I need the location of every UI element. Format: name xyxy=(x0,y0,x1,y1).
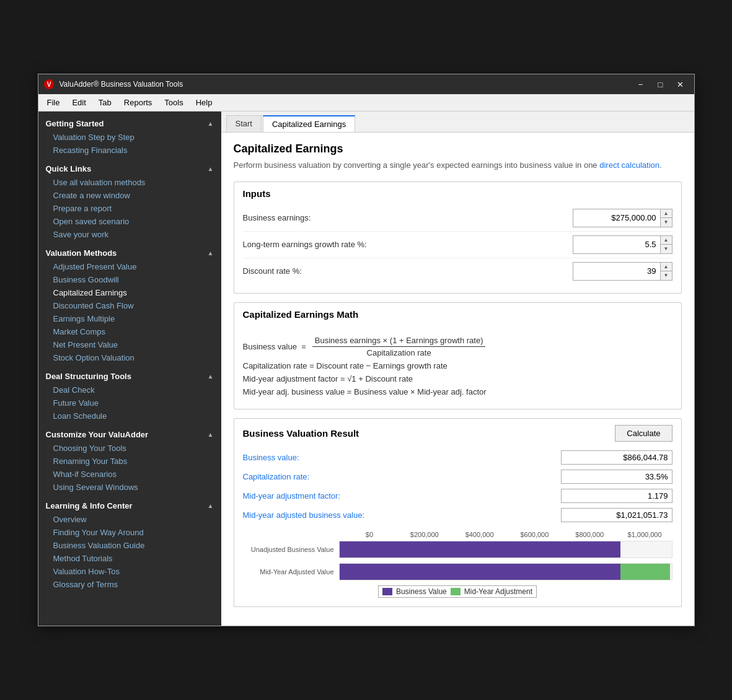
direct-calculation-link[interactable]: direct calculation xyxy=(599,160,659,170)
x-label-5: $1,000,000 xyxy=(617,531,672,538)
menu-item-tools[interactable]: Tools xyxy=(158,95,189,110)
sidebar-section-header-deal-structuring[interactable]: Deal Structuring Tools▲ xyxy=(38,367,221,383)
sidebar-link-customize-3[interactable]: Using Several Windows xyxy=(38,481,221,494)
window-controls: − □ ✕ xyxy=(632,77,689,91)
sidebar-section-label-learning: Learning & Info Center xyxy=(46,501,133,510)
results-card-title: Business Valuation Result xyxy=(243,428,359,439)
chart-bar-row-1: Unadjusted Business Value xyxy=(243,541,672,558)
earnings-down[interactable]: ▼ xyxy=(661,218,672,227)
midadj-link[interactable]: Mid-year adjusted business value: xyxy=(243,510,365,520)
x-label-3: $600,000 xyxy=(507,531,562,538)
sidebar-link-customize-0[interactable]: Choosing Your Tools xyxy=(38,442,221,455)
x-label-2: $400,000 xyxy=(452,531,507,538)
cap-label: Capitalization rate: xyxy=(243,472,561,481)
result-row-cap: Capitalization rate: xyxy=(234,467,681,486)
sidebar-link-valuation-methods-0[interactable]: Adjusted Present Value xyxy=(38,260,221,273)
tab-1[interactable]: Capitalized Earnings xyxy=(263,115,355,132)
sidebar-section-header-customize[interactable]: Customize Your ValuAdder▲ xyxy=(38,425,221,442)
sidebar-link-quick-links-0[interactable]: Use all valuation methods xyxy=(38,176,221,189)
earnings-field-wrap: ▲ ▼ xyxy=(573,209,672,227)
growth-field-wrap: ▲ ▼ xyxy=(573,235,672,254)
sidebar-link-valuation-methods-7[interactable]: Stock Option Valuation xyxy=(38,351,221,364)
sidebar-link-learning-0[interactable]: Overview xyxy=(38,513,221,526)
math-line-1: Business value = Business earnings × (1 … xyxy=(243,336,672,357)
menu-item-reports[interactable]: Reports xyxy=(118,95,159,110)
sidebar-section-header-learning[interactable]: Learning & Info Center▲ xyxy=(38,496,221,513)
bv-link[interactable]: Business value: xyxy=(243,453,299,462)
sidebar-link-valuation-methods-3[interactable]: Discounted Cash Flow xyxy=(38,299,221,312)
sidebar-link-deal-structuring-1[interactable]: Future Value xyxy=(38,396,221,409)
sidebar-link-quick-links-4[interactable]: Save your work xyxy=(38,228,221,241)
sidebar-link-deal-structuring-0[interactable]: Deal Check xyxy=(38,383,221,396)
sidebar-link-valuation-methods-6[interactable]: Net Present Value xyxy=(38,338,221,351)
sidebar-link-learning-4[interactable]: Valuation How-Tos xyxy=(38,565,221,578)
menu-item-tab[interactable]: Tab xyxy=(92,95,118,110)
sidebar-link-quick-links-2[interactable]: Prepare a report xyxy=(38,202,221,215)
chevron-icon-learning: ▲ xyxy=(208,502,214,509)
sidebar-link-valuation-methods-4[interactable]: Earnings Multiple xyxy=(38,312,221,325)
earnings-input[interactable] xyxy=(573,211,660,224)
math-line-4: Mid-year adj. business value = Business … xyxy=(243,387,672,396)
menu-item-help[interactable]: Help xyxy=(190,95,219,110)
discount-field-wrap: ▲ ▼ xyxy=(573,262,672,281)
sidebar-section-header-valuation-methods[interactable]: Valuation Methods▲ xyxy=(38,243,221,260)
sidebar-link-deal-structuring-2[interactable]: Loan Schedule xyxy=(38,409,221,422)
sidebar-link-learning-3[interactable]: Method Tutorials xyxy=(38,552,221,565)
sidebar-link-quick-links-3[interactable]: Open saved scenario xyxy=(38,215,221,228)
math-fraction: Business earnings × (1 + Earnings growth… xyxy=(312,336,486,357)
sidebar-section-label-deal-structuring: Deal Structuring Tools xyxy=(46,372,131,381)
legend-icon-midyear xyxy=(451,588,461,595)
cap-link[interactable]: Capitalization rate: xyxy=(243,472,310,481)
chart-x-labels: $0 $200,000 $400,000 $600,000 $800,000 $… xyxy=(342,531,672,538)
growth-spinner: ▲ ▼ xyxy=(660,236,672,253)
sidebar-link-valuation-methods-1[interactable]: Business Goodwill xyxy=(38,273,221,286)
sidebar-link-customize-2[interactable]: What-if Scenarios xyxy=(38,468,221,481)
earnings-label: Business earnings: xyxy=(243,213,573,222)
sidebar-section-header-quick-links[interactable]: Quick Links▲ xyxy=(38,159,221,176)
tabs-bar: StartCapitalized Earnings xyxy=(221,112,694,133)
sidebar-link-getting-started-1[interactable]: Recasting Financials xyxy=(38,144,221,157)
svg-text:V: V xyxy=(46,81,51,88)
sidebar-link-customize-1[interactable]: Renaming Your Tabs xyxy=(38,455,221,468)
sidebar-link-learning-5[interactable]: Glossary of Terms xyxy=(38,578,221,591)
midyear-link[interactable]: Mid-year adjustment factor: xyxy=(243,491,341,501)
sidebar-section-header-getting-started[interactable]: Getting Started▲ xyxy=(38,114,221,131)
cap-value xyxy=(561,470,672,484)
tab-0[interactable]: Start xyxy=(226,115,262,132)
inputs-card: Inputs Business earnings: ▲ ▼ xyxy=(234,182,682,294)
x-label-1: $200,000 xyxy=(397,531,452,538)
input-row-earnings: Business earnings: ▲ ▼ xyxy=(243,205,672,231)
minimize-button[interactable]: − xyxy=(632,77,650,91)
maximize-button[interactable]: □ xyxy=(652,77,669,91)
bar-purple-1 xyxy=(340,541,620,558)
discount-down[interactable]: ▼ xyxy=(661,271,672,280)
growth-input[interactable] xyxy=(573,238,660,251)
sidebar-section-getting-started: Getting Started▲Valuation Step by StepRe… xyxy=(38,114,221,157)
bv-value xyxy=(561,450,672,465)
sidebar-link-valuation-methods-2[interactable]: Capitalized Earnings xyxy=(38,286,221,299)
discount-input[interactable] xyxy=(573,265,660,278)
sidebar-link-quick-links-1[interactable]: Create a new window xyxy=(38,189,221,202)
discount-up[interactable]: ▲ xyxy=(661,263,672,271)
menu-item-edit[interactable]: Edit xyxy=(66,95,92,110)
sidebar-link-getting-started-0[interactable]: Valuation Step by Step xyxy=(38,131,221,144)
application-window: V ValuAdder® Business Valuation Tools − … xyxy=(38,74,695,626)
sidebar-link-valuation-methods-5[interactable]: Market Comps xyxy=(38,325,221,338)
growth-down[interactable]: ▼ xyxy=(661,245,672,253)
growth-up[interactable]: ▲ xyxy=(661,236,672,245)
inputs-card-header: Inputs xyxy=(234,182,681,205)
midyear-label: Mid-year adjustment factor: xyxy=(243,491,561,501)
result-header-row: Business Valuation Result Calculate xyxy=(234,419,681,448)
close-button[interactable]: ✕ xyxy=(672,77,689,91)
calculate-button[interactable]: Calculate xyxy=(615,425,672,442)
bar-container-1 xyxy=(339,541,672,558)
sidebar-link-learning-1[interactable]: Finding Your Way Around xyxy=(38,526,221,539)
chart-bar-row-2: Mid-Year Adjusted Value xyxy=(243,563,672,580)
math-numerator: Business earnings × (1 + Earnings growth… xyxy=(312,336,486,347)
earnings-up[interactable]: ▲ xyxy=(661,209,672,218)
legend-icon-bv xyxy=(382,588,392,595)
sidebar-link-learning-2[interactable]: Business Valuation Guide xyxy=(38,539,221,552)
math-card-header: Capitalized Earnings Math xyxy=(234,303,681,326)
menu-item-file[interactable]: File xyxy=(41,95,66,110)
x-label-4: $800,000 xyxy=(562,531,617,538)
